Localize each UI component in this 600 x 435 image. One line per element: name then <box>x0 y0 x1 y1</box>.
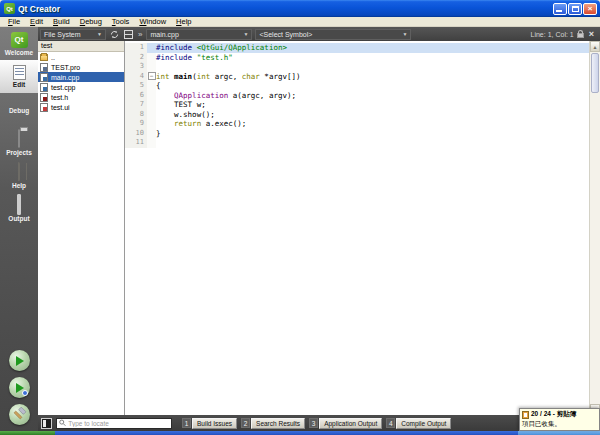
notification-header: 20 / 24 - 剪貼簿 <box>522 410 597 419</box>
code-line-8[interactable]: 8 w.show(); <box>125 110 589 120</box>
mode-label-output: Output <box>8 215 29 222</box>
file-item-test-ui[interactable]: test.ui <box>38 102 124 112</box>
content-area: test ..TEST.promain.cpptest.cpptest.htes… <box>38 41 600 415</box>
menu-window[interactable]: Window <box>134 17 171 26</box>
line-number: 2 <box>125 53 147 63</box>
code-line-10[interactable]: 10} <box>125 129 589 139</box>
code-line-5[interactable]: 5{ <box>125 81 589 91</box>
menu-build[interactable]: Build <box>48 17 75 26</box>
locator-input[interactable] <box>68 420 169 427</box>
pane-button-build-issues[interactable]: 1Build Issues <box>182 418 237 429</box>
maximize-button[interactable] <box>568 3 582 15</box>
line-number: 9 <box>125 119 147 129</box>
fold-spacer <box>147 53 156 63</box>
scrollbar-thumb[interactable] <box>591 53 599 93</box>
file-name: TEST.pro <box>51 64 80 71</box>
fold-spacer <box>147 119 156 129</box>
file-item-TEST-pro[interactable]: TEST.pro <box>38 62 124 72</box>
open-document-dropdown[interactable]: main.cpp ▼ <box>146 29 252 40</box>
code-line-3[interactable]: 3 <box>125 62 589 72</box>
pane-label: Application Output <box>319 418 382 429</box>
code-line-1[interactable]: 1#include <QtGui/QApplication> <box>125 43 589 53</box>
chevron-down-icon: ▼ <box>403 31 408 37</box>
code-line-7[interactable]: 7 TEST w; <box>125 100 589 110</box>
line-number: 8 <box>125 110 147 120</box>
code-text: int main(int argc, char *argv[]) <box>156 72 589 82</box>
file-item--[interactable]: .. <box>38 52 124 62</box>
minimize-button[interactable] <box>553 3 567 15</box>
help-book-icon <box>18 163 20 181</box>
mode-label-welcome: Welcome <box>5 49 33 56</box>
pane-number-badge: 3 <box>309 418 318 428</box>
locator-field[interactable] <box>56 418 172 429</box>
file-item-test-cpp[interactable]: test.cpp <box>38 82 124 92</box>
code-lines: 1#include <QtGui/QApplication>2#include … <box>125 41 589 415</box>
line-number: 3 <box>125 62 147 72</box>
menu-help[interactable]: Help <box>171 17 196 26</box>
code-line-4[interactable]: 4int main(int argc, char *argv[]) <box>125 72 589 82</box>
maximize-icon <box>572 6 579 12</box>
file-name: .. <box>51 54 55 61</box>
debug-run-button[interactable] <box>9 377 30 398</box>
file-name: test.h <box>51 94 68 101</box>
start-button-edge[interactable] <box>0 431 55 435</box>
menu-tools[interactable]: Tools <box>107 17 135 26</box>
mode-item-help[interactable]: Help <box>0 159 38 192</box>
mode-item-welcome[interactable]: QtWelcome <box>0 27 38 60</box>
code-text <box>156 62 589 72</box>
sync-icon[interactable] <box>109 29 120 40</box>
scroll-up-icon[interactable]: ▲ <box>590 41 600 52</box>
split-icon[interactable] <box>123 29 134 40</box>
file-pane-directory[interactable]: test <box>38 41 124 52</box>
code-line-9[interactable]: 9 return a.exec(); <box>125 119 589 129</box>
close-button[interactable]: × <box>583 3 597 15</box>
qt-logo-icon: Qt <box>11 32 28 48</box>
mode-actions <box>0 350 38 431</box>
editor-toolbar: File System ▼ » main.cpp ▼ <Select Symbo… <box>38 27 600 41</box>
mode-item-debug[interactable]: Debug <box>0 93 38 126</box>
cpp-file-icon <box>40 73 48 82</box>
menu-file[interactable]: File <box>3 17 25 26</box>
code-text: QApplication a(argc, argv); <box>156 91 589 101</box>
clipboard-notification[interactable]: 20 / 24 - 剪貼簿 項目已收集。 <box>519 408 600 431</box>
mode-bar: QtWelcomeEditDebugProjectsHelpOutput <box>0 27 38 431</box>
code-line-2[interactable]: 2#include "test.h" <box>125 53 589 63</box>
mode-item-projects[interactable]: Projects <box>0 126 38 159</box>
notification-title: 20 / 24 - 剪貼簿 <box>531 410 576 419</box>
vertical-scrollbar[interactable]: ▲ ▼ <box>589 41 600 415</box>
file-system-pane: test ..TEST.promain.cpptest.cpptest.htes… <box>38 41 125 415</box>
overflow-chevron[interactable]: » <box>138 30 142 39</box>
line-number: 4 <box>125 72 147 82</box>
menu-debug[interactable]: Debug <box>75 17 107 26</box>
title-bar: Qt Qt Creator × <box>0 0 600 17</box>
edit-document-icon <box>13 65 26 80</box>
menu-edit[interactable]: Edit <box>25 17 48 26</box>
taskbar-strip <box>0 431 600 435</box>
file-list: ..TEST.promain.cpptest.cpptest.htest.ui <box>38 52 124 112</box>
fold-marker-icon[interactable] <box>147 72 156 82</box>
file-item-test-h[interactable]: test.h <box>38 92 124 102</box>
editor-close-icon[interactable]: × <box>587 30 596 39</box>
mode-item-edit[interactable]: Edit <box>0 60 38 93</box>
chevron-down-icon: ▼ <box>97 31 102 37</box>
file-item-main-cpp[interactable]: main.cpp <box>38 72 124 82</box>
toggle-sidebar-icon[interactable] <box>41 418 52 429</box>
build-button[interactable] <box>9 404 30 425</box>
symbol-selector-dropdown[interactable]: <Select Symbol> ▼ <box>255 29 411 40</box>
code-editor[interactable]: 1#include <QtGui/QApplication>2#include … <box>125 41 600 415</box>
code-line-11[interactable]: 11 <box>125 138 589 148</box>
system-tray-edge <box>518 431 600 435</box>
pane-button-application-output[interactable]: 3Application Output <box>309 418 382 429</box>
code-line-6[interactable]: 6 QApplication a(argc, argv); <box>125 91 589 101</box>
folder-file-icon <box>40 54 48 61</box>
pane-number-badge: 2 <box>241 418 250 428</box>
fold-spacer <box>147 100 156 110</box>
line-number: 5 <box>125 81 147 91</box>
run-button[interactable] <box>9 350 30 371</box>
mode-item-output[interactable]: Output <box>0 192 38 225</box>
pane-button-search-results[interactable]: 2Search Results <box>241 418 305 429</box>
line-number: 7 <box>125 100 147 110</box>
lock-icon[interactable] <box>577 33 584 38</box>
pane-button-compile-output[interactable]: 4Compile Output <box>386 418 451 429</box>
pane-selector-dropdown[interactable]: File System ▼ <box>40 29 106 40</box>
